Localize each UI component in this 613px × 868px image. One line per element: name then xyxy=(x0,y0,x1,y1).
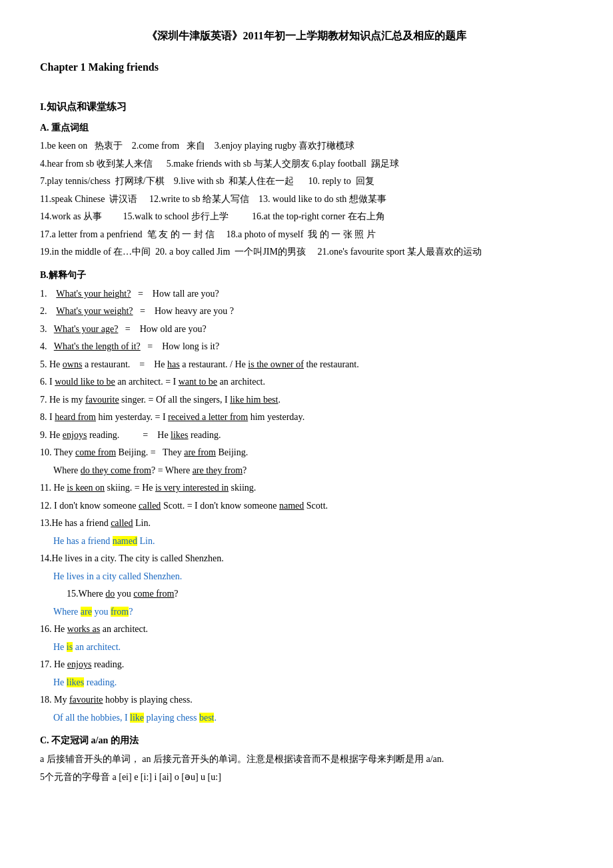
sentence-18: 18. My favourite hobby is playing chess. xyxy=(40,692,573,709)
chapter-title: Chapter 1 Making friends xyxy=(40,58,573,76)
sentence-17: 17. He enjoys reading. xyxy=(40,657,573,673)
sentence-8: 8. I heard from him yesterday. = I recei… xyxy=(40,409,573,426)
sentence-16: 16. He works as an architect. xyxy=(40,621,573,638)
sentence-11: 11. He is keen on skiing. = He is very i… xyxy=(40,480,573,497)
section1-title: I.知识点和课堂练习 xyxy=(40,99,573,116)
sentence-18b: Of all the hobbies, I like playing chess… xyxy=(53,710,573,727)
page-container: 《深圳牛津版英语》2011年初一上学期教材知识点汇总及相应的题库 Chapter… xyxy=(40,27,573,785)
sentence-13b: He has a friend named Lin. xyxy=(53,533,573,550)
sentence-6: 6. I would like to be an architect. = I … xyxy=(40,374,573,391)
vocab-line-7: 19.in the middle of 在…中间 20. a boy calle… xyxy=(40,244,573,261)
sentence-13: 13.He has a friend called Lin. xyxy=(40,515,573,532)
sentence-2: 2. What's your weight? = How heavy are y… xyxy=(40,303,573,320)
sentence-4: 4. What's the length of it? = How long i… xyxy=(40,339,573,355)
sentence-15b: Where are you from? xyxy=(53,604,573,621)
subsection-c: C. 不定冠词 a/an 的用法 xyxy=(40,733,573,749)
sentence-12: 12. I don't know someone called Scott. =… xyxy=(40,498,573,515)
sentence-5: 5. He owns a restaurant. = He has a rest… xyxy=(40,357,573,373)
page-title: 《深圳牛津版英语》2011年初一上学期教材知识点汇总及相应的题库 xyxy=(40,27,573,45)
sentence-17b: He likes reading. xyxy=(53,675,573,691)
subsection-b: B.解释句子 xyxy=(40,267,573,283)
sentence-10b: Where do they come from? = Where are the… xyxy=(53,463,573,479)
sentence-16b: He is an architect. xyxy=(53,639,573,656)
vocab-section: 1.be keen on 热衷于 2.come from 来自 3.enjoy … xyxy=(40,138,573,261)
sentence-15: 15.Where do you come from? xyxy=(67,586,573,603)
vocab-line-3: 7.play tennis/chess 打网球/下棋 9.live with s… xyxy=(40,173,573,190)
sentence-7: 7. He is my favourite singer. = Of all t… xyxy=(40,392,573,409)
sentence-3: 3. What's your age? = How old are you? xyxy=(40,321,573,338)
vocab-line-4: 11.speak Chinese 讲汉语 12.write to sb 给某人写… xyxy=(40,191,573,208)
vocab-line-6: 17.a letter from a penfriend 笔 友 的 一 封 信… xyxy=(40,227,573,243)
vocab-line-1: 1.be keen on 热衷于 2.come from 来自 3.enjoy … xyxy=(40,138,573,155)
sentence-14: 14.He lives in a city. The city is calle… xyxy=(40,551,573,567)
subsection-a: A. 重点词组 xyxy=(40,120,573,136)
vowels-line: 5个元音的字母音 a [ei] e [i:] i [ai] o [əu] u [… xyxy=(40,769,573,786)
article-rule: a 后接辅音开头的单词， an 后接元音开头的单词。注意是根据读音而不是根据字母… xyxy=(40,751,573,768)
sentence-1: 1. What's your height? = How tall are yo… xyxy=(40,286,573,303)
sentence-14b: He lives in a city called Shenzhen. xyxy=(53,569,573,585)
sentence-9: 9. He enjoys reading. = He likes reading… xyxy=(40,427,573,444)
sentence-list: 1. What's your height? = How tall are yo… xyxy=(40,286,573,727)
vocab-line-2: 4.hear from sb 收到某人来信 5.make friends wit… xyxy=(40,156,573,173)
sentence-10: 10. They come from Beijing. = They are f… xyxy=(40,445,573,461)
vocab-line-5: 14.work as 从事 15.walk to school 步行上学 16.… xyxy=(40,209,573,225)
